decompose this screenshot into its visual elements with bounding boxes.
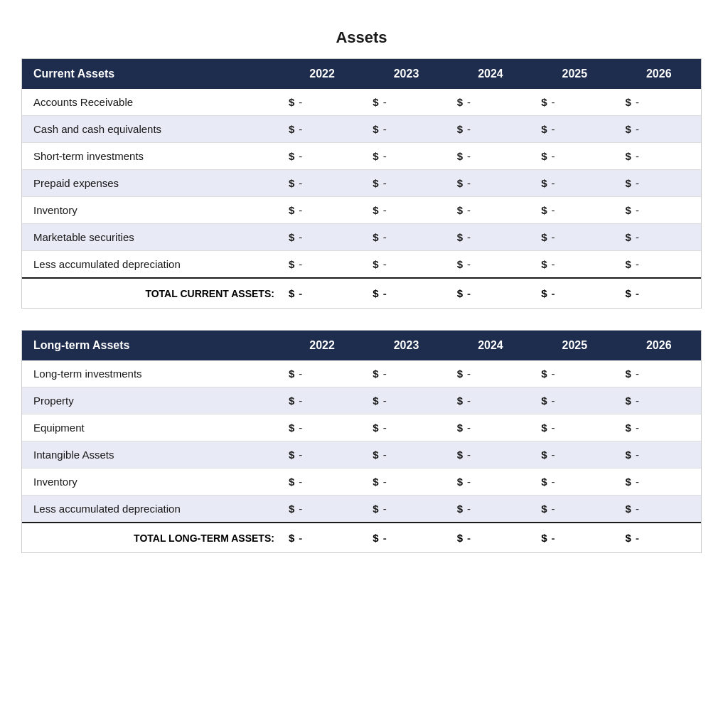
long-term-assets-total-label: TOTAL LONG-TERM ASSETS: [22, 523, 280, 552]
current-assets-total-2022: $ - [280, 278, 364, 308]
row-label: Long-term investments [22, 360, 280, 387]
row-value: $- [449, 224, 532, 251]
table-row: Accounts Receivable$-$-$-$-$- [22, 89, 701, 116]
row-value: $- [364, 143, 448, 170]
current-assets-section-header: Current Assets [22, 59, 280, 89]
row-value: $- [280, 360, 364, 387]
long-term-assets-year-2023: 2023 [364, 331, 448, 360]
row-value: $- [532, 143, 616, 170]
row-value: $- [617, 496, 701, 523]
row-value: $- [617, 224, 701, 251]
row-label: Intangible Assets [22, 441, 280, 469]
row-value: $- [364, 441, 448, 469]
row-value: $- [364, 170, 448, 197]
row-value: $- [364, 224, 448, 251]
table-row: Less accumulated depreciation$-$-$-$-$- [22, 251, 701, 279]
row-value: $- [280, 170, 364, 197]
long-term-assets-total-2024: $ - [449, 523, 532, 552]
long-term-assets-year-2025: 2025 [532, 331, 616, 360]
row-value: $- [449, 414, 532, 441]
table-row: Less accumulated depreciation$-$-$-$-$- [22, 496, 701, 523]
row-value: $- [280, 387, 364, 414]
row-value: $- [532, 360, 616, 387]
row-value: $- [364, 197, 448, 224]
row-label: Equipment [22, 414, 280, 441]
row-value: $- [280, 496, 364, 523]
row-value: $- [617, 441, 701, 469]
row-label: Marketable securities [22, 224, 280, 251]
long-term-assets-table: Long-term Assets 2022 2023 2024 2025 202… [22, 331, 701, 552]
row-value: $- [280, 224, 364, 251]
table-row: Long-term investments$-$-$-$-$- [22, 360, 701, 387]
row-value: $- [449, 89, 532, 116]
row-value: $- [280, 251, 364, 279]
page-title: Assets [21, 28, 702, 47]
row-label: Less accumulated depreciation [22, 496, 280, 523]
long-term-assets-year-2024: 2024 [449, 331, 532, 360]
long-term-assets-section: Long-term Assets 2022 2023 2024 2025 202… [21, 330, 702, 553]
current-assets-year-2026: 2026 [617, 59, 701, 89]
current-assets-body: Accounts Receivable$-$-$-$-$-Cash and ca… [22, 89, 701, 278]
long-term-assets-total-2023: $ - [364, 523, 448, 552]
row-value: $- [364, 89, 448, 116]
long-term-assets-total-row: TOTAL LONG-TERM ASSETS: $ - $ - [22, 523, 701, 552]
row-value: $- [617, 469, 701, 496]
row-label: Inventory [22, 197, 280, 224]
row-value: $- [532, 170, 616, 197]
current-assets-total-label: TOTAL CURRENT ASSETS: [22, 278, 280, 308]
current-assets-total-row: TOTAL CURRENT ASSETS: $ - $ - [22, 278, 701, 308]
row-value: $- [280, 116, 364, 143]
table-row: Cash and cash equivalents$-$-$-$-$- [22, 116, 701, 143]
current-assets-year-2023: 2023 [364, 59, 448, 89]
table-row: Inventory$-$-$-$-$- [22, 469, 701, 496]
row-value: $- [364, 116, 448, 143]
table-row: Short-term investments$-$-$-$-$- [22, 143, 701, 170]
row-value: $- [617, 197, 701, 224]
row-value: $- [532, 441, 616, 469]
row-value: $- [280, 197, 364, 224]
row-value: $- [364, 496, 448, 523]
row-value: $- [449, 496, 532, 523]
current-assets-year-2025: 2025 [532, 59, 616, 89]
row-value: $- [280, 441, 364, 469]
row-value: $- [364, 360, 448, 387]
table-row: Prepaid expenses$-$-$-$-$- [22, 170, 701, 197]
row-value: $- [364, 251, 448, 279]
row-value: $- [449, 469, 532, 496]
row-value: $- [280, 469, 364, 496]
current-assets-table: Current Assets 2022 2023 2024 2025 2026 … [22, 59, 701, 308]
row-value: $- [280, 414, 364, 441]
current-assets-total-2024: $ - [449, 278, 532, 308]
table-row: Property$-$-$-$-$- [22, 387, 701, 414]
table-row: Equipment$-$-$-$-$- [22, 414, 701, 441]
long-term-assets-total-2025: $ - [532, 523, 616, 552]
row-value: $- [449, 116, 532, 143]
row-value: $- [532, 251, 616, 279]
row-value: $- [280, 89, 364, 116]
row-value: $- [532, 387, 616, 414]
row-value: $- [449, 251, 532, 279]
row-value: $- [617, 387, 701, 414]
row-value: $- [617, 116, 701, 143]
current-assets-year-2024: 2024 [449, 59, 532, 89]
row-value: $- [617, 170, 701, 197]
row-value: $- [532, 197, 616, 224]
row-value: $- [364, 414, 448, 441]
row-value: $- [449, 170, 532, 197]
current-assets-year-2022: 2022 [280, 59, 364, 89]
row-value: $- [364, 387, 448, 414]
row-value: $- [532, 496, 616, 523]
long-term-assets-header-row: Long-term Assets 2022 2023 2024 2025 202… [22, 331, 701, 360]
long-term-assets-total-2026: $ - [617, 523, 701, 552]
row-value: $- [449, 360, 532, 387]
row-label: Short-term investments [22, 143, 280, 170]
row-value: $- [532, 469, 616, 496]
row-value: $- [449, 143, 532, 170]
row-value: $- [617, 89, 701, 116]
page-wrapper: Assets Current Assets 2022 2023 2024 202… [14, 14, 709, 714]
long-term-assets-year-2022: 2022 [280, 331, 364, 360]
row-label: Prepaid expenses [22, 170, 280, 197]
table-row: Marketable securities$-$-$-$-$- [22, 224, 701, 251]
row-label: Property [22, 387, 280, 414]
table-row: Intangible Assets$-$-$-$-$- [22, 441, 701, 469]
